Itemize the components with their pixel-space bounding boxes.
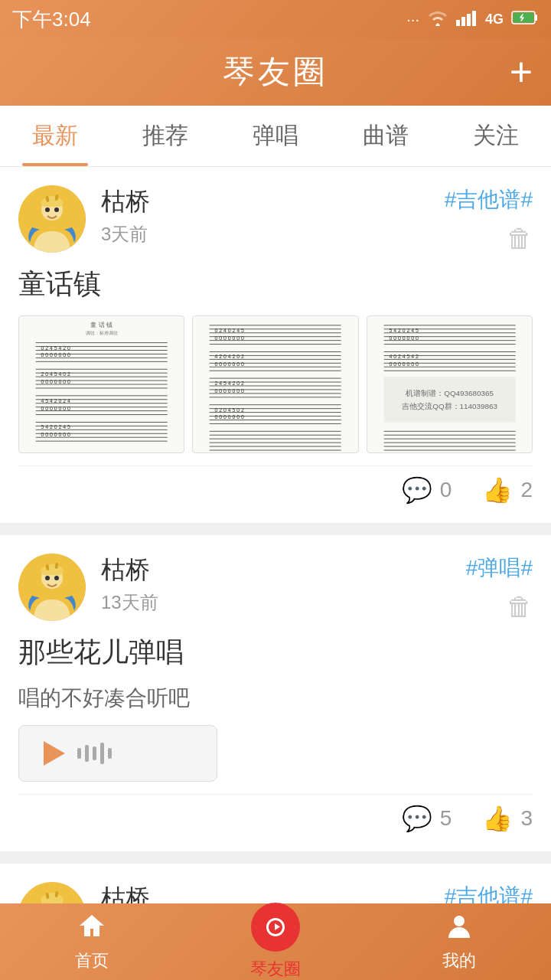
sheet-image-2[interactable]: 0 2 4 0 2 4 5 0 0 0 0 0 0 0 4 2 0 4 2 0 … — [192, 315, 358, 453]
svg-text:4 0 2 4 5 4 2: 4 0 2 4 5 4 2 — [389, 354, 419, 359]
wave-bar-1 — [77, 748, 81, 759]
post-footer: 💬 5 👍 3 — [18, 794, 533, 833]
music-circle-icon — [251, 903, 300, 952]
nav-profile-label: 我的 — [442, 949, 476, 972]
svg-rect-1 — [461, 17, 465, 26]
svg-text:4 2 0 4 2 0 2: 4 2 0 4 2 0 2 — [215, 354, 245, 359]
post-title: 童话镇 — [18, 266, 533, 303]
comment-icon: 💬 — [402, 475, 432, 505]
post-username: 枯桥 — [101, 185, 445, 219]
feed: 枯桥 3天前 #吉他谱# 🗑 童话镇 童 话 镇 调弦：标准调弦 — [0, 167, 551, 980]
svg-text:2 4 5 4 2 0 2: 2 4 5 4 2 0 2 — [215, 381, 245, 386]
svg-text:0 0 0 0 0 0 0: 0 0 0 0 0 0 0 — [389, 361, 419, 367]
play-button-icon — [44, 741, 65, 766]
nav-profile[interactable]: 我的 — [367, 912, 551, 972]
comment-action[interactable]: 💬 0 — [402, 475, 452, 505]
svg-point-9 — [45, 207, 50, 212]
tab-sheet[interactable]: 曲谱 — [331, 106, 441, 166]
feed-content: 枯桥 3天前 #吉他谱# 🗑 童话镇 童 话 镇 调弦：标准调弦 — [0, 167, 551, 980]
svg-text:0 2 4 5 4 2 0: 0 2 4 5 4 2 0 — [41, 345, 71, 351]
svg-text:2 0 4 5 4 0 2: 2 0 4 5 4 0 2 — [41, 371, 71, 377]
page-title: 琴友圈 — [223, 51, 328, 93]
post-card: 枯桥 13天前 #弹唱# 🗑 那些花儿弹唱 唱的不好凑合听吧 — [0, 535, 551, 851]
tab-bar: 最新 推荐 弹唱 曲谱 关注 — [0, 106, 551, 167]
like-icon: 👍 — [482, 475, 513, 505]
post-header-right: #弹唱# 🗑 — [466, 554, 533, 622]
nav-home[interactable]: 首页 — [0, 912, 184, 972]
like-action[interactable]: 👍 3 — [482, 804, 533, 833]
like-icon: 👍 — [482, 804, 513, 833]
tab-follow[interactable]: 关注 — [441, 106, 551, 166]
svg-text:童 话 镇: 童 话 镇 — [90, 322, 112, 328]
post-tag[interactable]: #弹唱# — [466, 554, 533, 583]
post-header: 枯桥 13天前 #弹唱# 🗑 — [18, 554, 533, 622]
status-icons: ··· 4G — [406, 9, 539, 30]
avatar[interactable] — [18, 185, 86, 253]
svg-point-153 — [454, 916, 465, 926]
svg-text:0 0 0 0 0 0 0: 0 0 0 0 0 0 0 — [215, 388, 245, 394]
nav-home-label: 首页 — [75, 949, 109, 972]
home-icon — [77, 912, 107, 946]
sheet-image-1[interactable]: 童 话 镇 调弦：标准调弦 0 2 4 5 4 2 0 0 0 0 0 0 0 … — [18, 315, 184, 453]
post-title: 那些花儿弹唱 — [18, 634, 533, 671]
svg-text:吉他交流QQ群：114039863: 吉他交流QQ群：114039863 — [402, 402, 497, 410]
comment-action[interactable]: 💬 5 — [402, 804, 452, 833]
sound-wave-icon — [77, 743, 112, 764]
svg-rect-104 — [383, 377, 515, 422]
tab-latest[interactable]: 最新 — [0, 106, 110, 166]
nav-qinyouquan-label: 琴友圈 — [250, 958, 301, 980]
post-description: 唱的不好凑合听吧 — [18, 684, 533, 713]
svg-text:机谱制谱：QQ493680365: 机谱制谱：QQ493680365 — [406, 389, 494, 397]
signal-dots-icon: ··· — [406, 11, 419, 28]
svg-text:0 0 0 0 0 0 0: 0 0 0 0 0 0 0 — [389, 335, 419, 341]
post-header: 枯桥 3天前 #吉他谱# 🗑 — [18, 185, 533, 253]
svg-text:5 4 2 0 2 4 5: 5 4 2 0 2 4 5 — [41, 424, 71, 430]
svg-text:0 0 0 0 0 0 0: 0 0 0 0 0 0 0 — [215, 361, 245, 367]
bottom-nav: 首页 琴友圈 我的 — [0, 903, 551, 980]
svg-text:0 2 4 0 2 4 5: 0 2 4 0 2 4 5 — [215, 328, 245, 333]
post-time: 3天前 — [101, 222, 445, 247]
network-type-icon: 4G — [485, 11, 504, 28]
post-username: 枯桥 — [101, 554, 466, 587]
tab-performance[interactable]: 弹唱 — [220, 106, 331, 166]
svg-rect-0 — [456, 20, 460, 26]
svg-rect-5 — [535, 15, 537, 21]
post-tag[interactable]: #吉他谱# — [445, 185, 533, 214]
delete-icon[interactable]: 🗑 — [507, 592, 533, 622]
svg-text:0 2 0 4 5 0 2: 0 2 0 4 5 0 2 — [215, 407, 245, 413]
add-button[interactable]: + — [510, 52, 533, 92]
svg-text:5 4 2 0 2 4 5: 5 4 2 0 2 4 5 — [389, 328, 419, 333]
like-action[interactable]: 👍 2 — [482, 475, 533, 505]
svg-point-115 — [45, 576, 50, 580]
avatar[interactable] — [18, 554, 86, 621]
post-meta: 枯桥 13天前 — [101, 554, 466, 615]
header: 琴友圈 + — [0, 38, 551, 106]
comment-count: 5 — [440, 806, 452, 831]
user-icon — [445, 912, 473, 946]
post-footer: 💬 0 👍 2 — [18, 466, 533, 505]
like-count: 3 — [520, 806, 533, 831]
cell-signal-icon — [456, 9, 478, 30]
svg-text:0 0 0 0 0 0 0: 0 0 0 0 0 0 0 — [215, 335, 245, 341]
post-time: 13天前 — [101, 590, 466, 615]
svg-rect-2 — [467, 14, 471, 26]
svg-text:0 0 0 0 0 0 0: 0 0 0 0 0 0 0 — [41, 432, 71, 437]
svg-text:0 0 0 0 0 0 0: 0 0 0 0 0 0 0 — [41, 406, 71, 411]
svg-text:0 0 0 0 0 0 0: 0 0 0 0 0 0 0 — [41, 352, 71, 358]
svg-text:调弦：标准调弦: 调弦：标准调弦 — [86, 331, 118, 335]
battery-icon — [511, 10, 539, 29]
status-time: 下午3:04 — [12, 6, 91, 33]
nav-qinyouquan[interactable]: 琴友圈 — [184, 903, 367, 980]
like-count: 2 — [520, 478, 533, 502]
tab-recommended[interactable]: 推荐 — [110, 106, 220, 166]
svg-point-116 — [54, 576, 59, 580]
delete-icon[interactable]: 🗑 — [507, 224, 533, 253]
post-card: 枯桥 3天前 #吉他谱# 🗑 童话镇 童 话 镇 调弦：标准调弦 — [0, 167, 551, 523]
svg-text:0 0 0 0 0 0 0: 0 0 0 0 0 0 0 — [41, 379, 71, 384]
svg-text:4 5 4 2 0 2 4: 4 5 4 2 0 2 4 — [41, 398, 71, 403]
status-bar: 下午3:04 ··· 4G — [0, 0, 551, 38]
audio-player[interactable] — [18, 725, 217, 782]
sheet-image-3[interactable]: 5 4 2 0 2 4 5 0 0 0 0 0 0 0 4 0 2 4 5 4 … — [367, 315, 533, 453]
comment-icon: 💬 — [402, 804, 432, 833]
svg-rect-3 — [472, 11, 476, 26]
